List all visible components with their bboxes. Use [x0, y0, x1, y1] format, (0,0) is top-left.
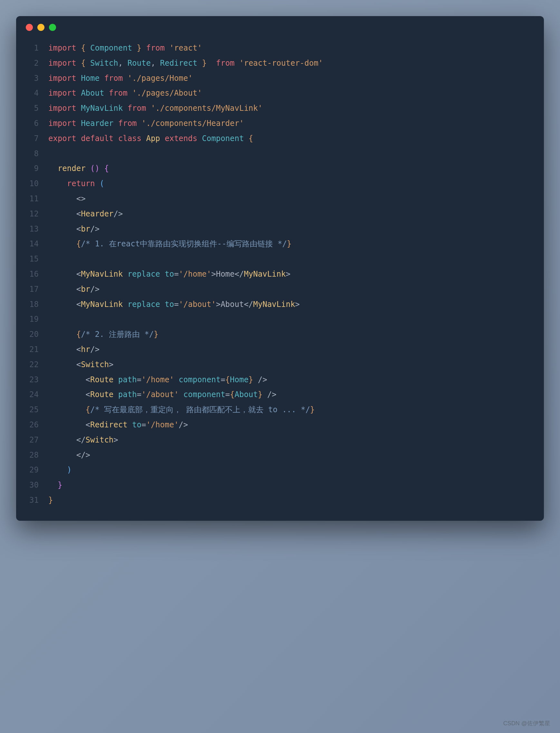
code-content: {/* 1. 在react中靠路由实现切换组件--编写路由链接 */} — [48, 236, 534, 252]
code-content: return ( — [48, 176, 534, 191]
line-number: 28 — [23, 448, 39, 463]
code-content: } — [48, 493, 534, 508]
code-content: {/* 2. 注册路由 */} — [48, 327, 534, 342]
code-line: 14 {/* 1. 在react中靠路由实现切换组件--编写路由链接 */} — [23, 236, 534, 252]
line-number: 3 — [23, 71, 39, 86]
line-number: 16 — [23, 267, 39, 282]
code-content: </> — [48, 448, 534, 463]
code-line: 9 render () { — [23, 161, 534, 176]
code-content: ) — [48, 462, 534, 477]
watermark-text: CSDN @佐伊繁星 — [503, 719, 550, 727]
code-content: import { Component } from 'react' — [48, 41, 534, 56]
line-number: 6 — [23, 116, 39, 131]
line-number: 27 — [23, 432, 39, 448]
line-number: 29 — [23, 462, 39, 477]
code-content: <Route path='/about' component={About} /… — [48, 387, 534, 402]
line-number: 11 — [23, 191, 39, 207]
code-content: } — [48, 477, 534, 493]
minimize-icon[interactable] — [37, 24, 44, 31]
code-line: 23 <Route path='/home' component={Home} … — [23, 372, 534, 387]
code-content: import { Switch, Route, Redirect } from … — [48, 56, 534, 71]
code-line: 10 return ( — [23, 176, 534, 191]
line-number: 13 — [23, 222, 39, 237]
code-line: 2import { Switch, Route, Redirect } from… — [23, 56, 534, 71]
window-titlebar — [16, 16, 544, 34]
code-line: 29 ) — [23, 462, 534, 477]
code-line: 7export default class App extends Compon… — [23, 131, 534, 146]
code-line: 8 — [23, 146, 534, 161]
code-line: 18 <MyNavLink replace to='/about'>About<… — [23, 297, 534, 312]
code-line: 6import Hearder from './components/Heard… — [23, 116, 534, 131]
code-content: <MyNavLink replace to='/home'>Home</MyNa… — [48, 267, 534, 282]
code-line: 15 — [23, 252, 534, 267]
line-number: 5 — [23, 101, 39, 116]
code-line: 1import { Component } from 'react' — [23, 41, 534, 56]
line-number: 22 — [23, 357, 39, 372]
code-line: 3import Home from './pages/Home' — [23, 71, 534, 86]
code-content: <MyNavLink replace to='/about'>About</My… — [48, 297, 534, 312]
code-content — [48, 312, 534, 327]
code-editor[interactable]: 1import { Component } from 'react'2impor… — [16, 34, 544, 521]
code-content: <br/> — [48, 222, 534, 237]
line-number: 31 — [23, 493, 39, 508]
line-number: 7 — [23, 131, 39, 146]
code-content: import Hearder from './components/Hearde… — [48, 116, 534, 131]
code-content: <Switch> — [48, 357, 534, 372]
line-number: 30 — [23, 477, 39, 493]
code-content: <hr/> — [48, 342, 534, 357]
code-content: <Hearder/> — [48, 207, 534, 222]
code-line: 26 <Redirect to='/home'/> — [23, 417, 534, 432]
line-number: 25 — [23, 402, 39, 417]
line-number: 8 — [23, 146, 39, 161]
line-number: 12 — [23, 207, 39, 222]
line-number: 24 — [23, 387, 39, 402]
code-content: import About from './pages/About' — [48, 86, 534, 101]
code-content: <br/> — [48, 282, 534, 297]
line-number: 26 — [23, 417, 39, 432]
line-number: 4 — [23, 86, 39, 101]
code-line: 11 <> — [23, 191, 534, 207]
code-line: 27 </Switch> — [23, 432, 534, 448]
code-content: import MyNavLink from './components/MyNa… — [48, 101, 534, 116]
code-content: </Switch> — [48, 432, 534, 448]
line-number: 20 — [23, 327, 39, 342]
code-content: {/* 写在最底部，重定向， 路由都匹配不上，就去 to ... */} — [48, 402, 534, 417]
line-number: 10 — [23, 176, 39, 191]
line-number: 21 — [23, 342, 39, 357]
code-line: 25 {/* 写在最底部，重定向， 路由都匹配不上，就去 to ... */} — [23, 402, 534, 417]
code-content: <Redirect to='/home'/> — [48, 417, 534, 432]
code-line: 5import MyNavLink from './components/MyN… — [23, 101, 534, 116]
line-number: 19 — [23, 312, 39, 327]
code-content: export default class App extends Compone… — [48, 131, 534, 146]
code-line: 22 <Switch> — [23, 357, 534, 372]
close-icon[interactable] — [26, 24, 33, 31]
code-line: 16 <MyNavLink replace to='/home'>Home</M… — [23, 267, 534, 282]
code-line: 12 <Hearder/> — [23, 207, 534, 222]
code-line: 24 <Route path='/about' component={About… — [23, 387, 534, 402]
line-number: 23 — [23, 372, 39, 387]
code-line: 28 </> — [23, 448, 534, 463]
code-content: render () { — [48, 161, 534, 176]
code-line: 17 <br/> — [23, 282, 534, 297]
maximize-icon[interactable] — [49, 24, 56, 31]
code-line: 21 <hr/> — [23, 342, 534, 357]
code-content: <Route path='/home' component={Home} /> — [48, 372, 534, 387]
code-line: 13 <br/> — [23, 222, 534, 237]
line-number: 17 — [23, 282, 39, 297]
code-line: 4import About from './pages/About' — [23, 86, 534, 101]
code-line: 20 {/* 2. 注册路由 */} — [23, 327, 534, 342]
line-number: 15 — [23, 252, 39, 267]
code-line: 31} — [23, 493, 534, 508]
line-number: 18 — [23, 297, 39, 312]
line-number: 2 — [23, 56, 39, 71]
line-number: 14 — [23, 236, 39, 252]
line-number: 9 — [23, 161, 39, 176]
code-line: 30 } — [23, 477, 534, 493]
code-content — [48, 252, 534, 267]
code-window: 1import { Component } from 'react'2impor… — [16, 16, 544, 521]
code-content — [48, 146, 534, 161]
code-content: <> — [48, 191, 534, 207]
line-number: 1 — [23, 41, 39, 56]
code-line: 19 — [23, 312, 534, 327]
code-content: import Home from './pages/Home' — [48, 71, 534, 86]
